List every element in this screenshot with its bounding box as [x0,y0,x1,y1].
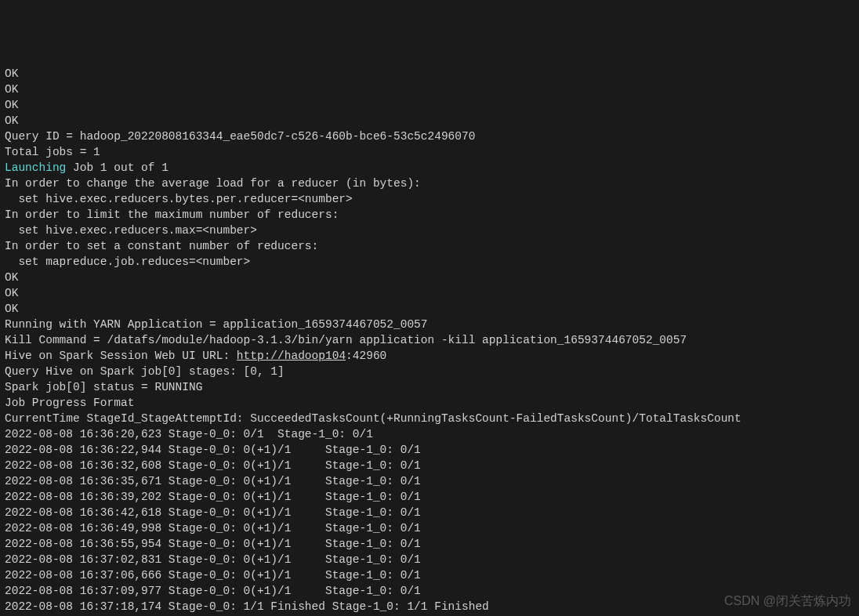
web-ui-url[interactable]: http://hadoop104 [237,350,346,362]
kill-command-line: Kill Command = /datafs/module/hadoop-3.1… [5,332,854,348]
format-header: CurrentTime StageId_StageAttemptId: Succ… [5,411,854,426]
launching-line: Launching Job 1 out of 1 [5,160,854,176]
hint-line: In order to limit the maximum number of … [5,207,854,223]
query-stages-line: Query Hive on Spark job[0] stages: [0, 1… [5,364,854,379]
progress-line: 2022-08-08 16:37:18,174 Stage-0_0: 1/1 F… [5,599,854,614]
web-ui-port: :42960 [346,350,386,362]
launching-text: Job 1 out of 1 [66,161,169,174]
status-line: OK [5,285,854,301]
progress-line: 2022-08-08 16:37:09,977 Stage-0_0: 0(+1)… [5,583,854,599]
query-id-line: Query ID = hadoop_20220808163344_eae50dc… [5,129,854,144]
progress-line: 2022-08-08 16:36:39,202 Stage-0_0: 0(+1)… [5,489,854,505]
progress-line: 2022-08-08 16:36:55,954 Stage-0_0: 0(+1)… [5,536,854,552]
progress-line: 2022-08-08 16:36:42,618 Stage-0_0: 0(+1)… [5,505,854,520]
progress-line: 2022-08-08 16:36:32,608 Stage-0_0: 0(+1)… [5,458,854,473]
progress-line: 2022-08-08 16:36:49,998 Stage-0_0: 0(+1)… [5,520,854,536]
progress-line: 2022-08-08 16:37:02,831 Stage-0_0: 0(+1)… [5,552,854,567]
status-line: OK [5,113,854,129]
hint-line: In order to set a constant number of red… [5,238,854,254]
hint-line: set mapreduce.job.reduces=<number> [5,254,854,270]
progress-line: 2022-08-08 16:36:22,944 Stage-0_0: 0(+1)… [5,442,854,458]
yarn-app-line: Running with YARN Application = applicat… [5,317,854,332]
status-line: OK [5,97,854,113]
status-line: OK [5,82,854,97]
progress-line: 2022-08-08 16:36:35,671 Stage-0_0: 0(+1)… [5,473,854,489]
web-ui-line: Hive on Spark Session Web UI URL: http:/… [5,348,854,364]
hint-line: set hive.exec.reducers.max=<number> [5,223,854,238]
job-progress-header: Job Progress Format [5,395,854,411]
hint-line: In order to change the average load for … [5,176,854,191]
status-line: OK [5,270,854,285]
spark-status-line: Spark job[0] status = RUNNING [5,379,854,395]
total-jobs-line: Total jobs = 1 [5,144,854,160]
launching-keyword: Launching [5,161,66,174]
status-line: OK [5,301,854,317]
hint-line: set hive.exec.reducers.bytes.per.reducer… [5,191,854,207]
terminal-output[interactable]: OKOKOKOKQuery ID = hadoop_20220808163344… [5,66,854,616]
progress-line: 2022-08-08 16:37:06,666 Stage-0_0: 0(+1)… [5,567,854,583]
web-ui-prefix: Hive on Spark Session Web UI URL: [5,350,237,362]
status-line: OK [5,66,854,82]
progress-line: 2022-08-08 16:36:20,623 Stage-0_0: 0/1 S… [5,426,854,442]
